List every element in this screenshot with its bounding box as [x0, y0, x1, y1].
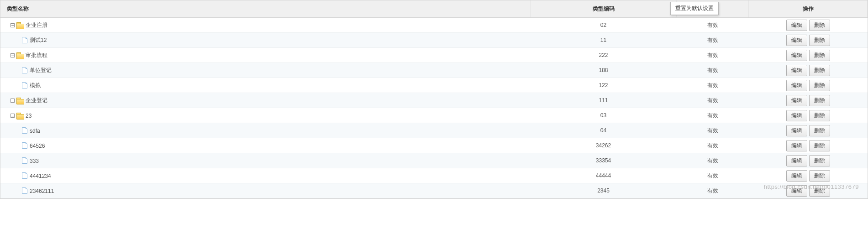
edit-button[interactable]: 编辑	[786, 95, 807, 106]
delete-button[interactable]: 删除	[809, 95, 830, 106]
cell-status: 有效	[677, 33, 749, 48]
edit-button[interactable]: 编辑	[786, 185, 807, 197]
cell-status: 有效	[677, 153, 749, 168]
row-name-text: 64526	[30, 142, 45, 149]
cell-status: 有效	[677, 138, 749, 153]
cell-name: 单位登记	[0, 63, 531, 78]
delete-button[interactable]: 删除	[809, 35, 830, 46]
cell-name: 企业注册	[0, 18, 531, 33]
cell-status: 有效	[677, 63, 749, 78]
edit-button[interactable]: 编辑	[786, 170, 807, 182]
delete-button[interactable]: 删除	[809, 185, 830, 197]
cell-status: 有效	[677, 168, 749, 183]
delete-button[interactable]: 删除	[809, 50, 830, 61]
cell-code: 03	[531, 108, 677, 123]
cell-code: 33354	[531, 153, 677, 168]
edit-button[interactable]: 编辑	[786, 155, 807, 166]
cell-ops: 编辑删除	[749, 153, 868, 168]
cell-code: 2345	[531, 183, 677, 198]
delete-button[interactable]: 删除	[809, 110, 830, 121]
delete-button[interactable]: 删除	[809, 140, 830, 151]
expand-toggle-icon[interactable]	[11, 23, 15, 27]
table-row[interactable]: 33333354有效编辑删除	[0, 153, 868, 168]
reset-tooltip[interactable]: 重置为默认设置	[670, 2, 719, 15]
file-icon	[22, 67, 27, 73]
table-row[interactable]: 企业登记111有效编辑删除	[0, 93, 868, 108]
delete-button[interactable]: 删除	[809, 155, 830, 166]
table-row[interactable]: 2303有效编辑删除	[0, 108, 868, 123]
delete-button[interactable]: 删除	[809, 170, 830, 182]
row-name-text: 企业登记	[26, 97, 47, 104]
cell-code: 188	[531, 63, 677, 78]
edit-button[interactable]: 编辑	[786, 20, 807, 31]
edit-button[interactable]: 编辑	[786, 35, 807, 46]
cell-name: 测试12	[0, 33, 531, 48]
row-name-text: 单位登记	[30, 67, 52, 73]
cell-ops: 编辑删除	[749, 168, 868, 183]
table-row[interactable]: 234621112345有效编辑删除	[0, 183, 868, 198]
cell-ops: 编辑删除	[749, 183, 868, 198]
row-name-text: 23	[26, 112, 32, 119]
cell-status: 有效	[677, 108, 749, 123]
cell-name: 23462111	[0, 183, 531, 198]
edit-button[interactable]: 编辑	[786, 110, 807, 121]
cell-ops: 编辑删除	[749, 78, 868, 93]
cell-status: 有效	[677, 48, 749, 63]
cell-code: 02	[531, 18, 677, 33]
cell-name: 333	[0, 153, 531, 168]
cell-name: 审批流程	[0, 48, 531, 63]
cell-status: 有效	[677, 183, 749, 198]
delete-button[interactable]: 删除	[809, 80, 830, 91]
cell-code: 11	[531, 33, 677, 48]
cell-code: 04	[531, 123, 677, 138]
file-icon	[22, 172, 27, 179]
table-row[interactable]: sdfa04有效编辑删除	[0, 123, 868, 138]
table-row[interactable]: 审批流程222有效编辑删除	[0, 48, 868, 63]
table-row[interactable]: 6452634262有效编辑删除	[0, 138, 868, 153]
row-name-text: 测试12	[30, 37, 47, 43]
expand-toggle-icon[interactable]	[11, 114, 15, 118]
edit-button[interactable]: 编辑	[786, 140, 807, 151]
row-name-text: 企业注册	[26, 22, 47, 28]
cell-ops: 编辑删除	[749, 63, 868, 78]
cell-ops: 编辑删除	[749, 93, 868, 108]
header-name: 类型名称	[0, 0, 531, 18]
expand-toggle-icon[interactable]	[11, 99, 15, 103]
table-row[interactable]: 模拟122有效编辑删除	[0, 78, 868, 93]
cell-name: 企业登记	[0, 93, 531, 108]
row-name-text: 审批流程	[26, 52, 47, 58]
delete-button[interactable]: 删除	[809, 65, 830, 76]
edit-button[interactable]: 编辑	[786, 65, 807, 76]
cell-ops: 编辑删除	[749, 123, 868, 138]
folder-icon	[16, 52, 23, 58]
row-name-text: 4441234	[30, 172, 51, 179]
header-code: 类型编码	[531, 0, 677, 18]
edit-button[interactable]: 编辑	[786, 125, 807, 136]
cell-code: 222	[531, 48, 677, 63]
edit-button[interactable]: 编辑	[786, 50, 807, 61]
table-row[interactable]: 444123444444有效编辑删除	[0, 168, 868, 183]
file-icon	[22, 127, 27, 134]
delete-button[interactable]: 删除	[809, 20, 830, 31]
cell-ops: 编辑删除	[749, 48, 868, 63]
delete-button[interactable]: 删除	[809, 125, 830, 136]
cell-name: sdfa	[0, 123, 531, 138]
row-name-text: 模拟	[30, 82, 41, 88]
cell-code: 44444	[531, 168, 677, 183]
file-icon	[22, 157, 27, 164]
cell-status: 有效	[677, 123, 749, 138]
cell-ops: 编辑删除	[749, 33, 868, 48]
cell-name: 4441234	[0, 168, 531, 183]
row-name-text: sdfa	[30, 127, 40, 134]
cell-ops: 编辑删除	[749, 138, 868, 153]
file-icon	[22, 142, 27, 149]
edit-button[interactable]: 编辑	[786, 80, 807, 91]
expand-toggle-icon[interactable]	[11, 53, 15, 57]
table-row[interactable]: 单位登记188有效编辑删除	[0, 63, 868, 78]
file-icon	[22, 82, 27, 88]
reset-tooltip-text: 重置为默认设置	[675, 5, 714, 11]
file-icon	[22, 187, 27, 194]
table-row[interactable]: 企业注册02有效编辑删除	[0, 18, 868, 33]
table-row[interactable]: 测试1211有效编辑删除	[0, 33, 868, 48]
folder-icon	[16, 22, 23, 28]
